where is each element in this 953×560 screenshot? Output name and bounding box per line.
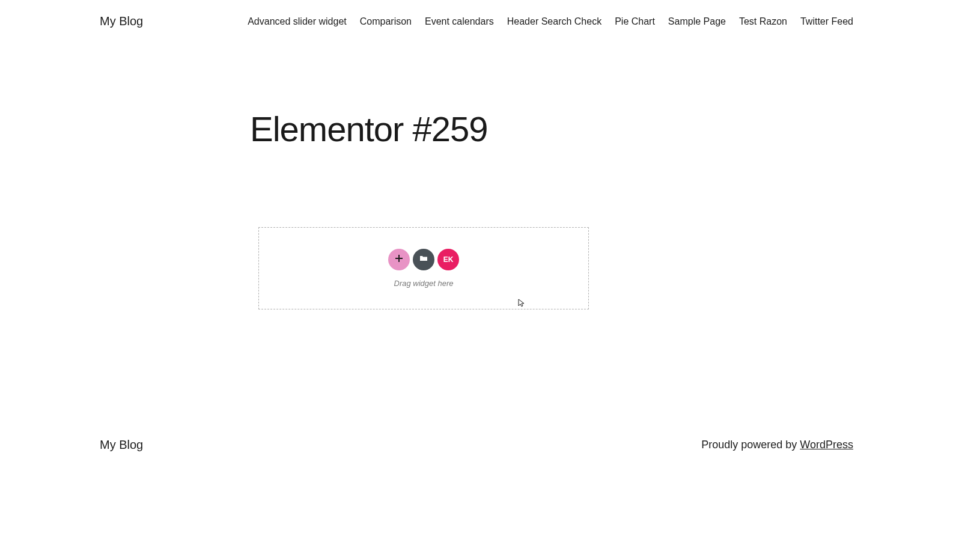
nav-item-twitter-feed[interactable]: Twitter Feed bbox=[800, 16, 853, 27]
widget-drop-zone[interactable]: EK Drag widget here bbox=[258, 227, 589, 309]
drop-zone-buttons: EK bbox=[388, 249, 459, 270]
folder-icon bbox=[419, 254, 428, 265]
site-title[interactable]: My Blog bbox=[100, 14, 143, 28]
plus-icon bbox=[395, 254, 403, 265]
nav-item-advanced-slider[interactable]: Advanced slider widget bbox=[248, 16, 347, 27]
nav-item-event-calendars[interactable]: Event calendars bbox=[425, 16, 494, 27]
nav-item-comparison[interactable]: Comparison bbox=[360, 16, 412, 27]
add-template-button[interactable] bbox=[413, 249, 434, 270]
add-section-button[interactable] bbox=[388, 249, 410, 270]
main-navigation: Advanced slider widget Comparison Event … bbox=[248, 16, 853, 27]
nav-item-sample-page[interactable]: Sample Page bbox=[668, 16, 726, 27]
nav-item-test-razon[interactable]: Test Razon bbox=[739, 16, 787, 27]
site-footer: My Blog Proudly powered by WordPress bbox=[0, 438, 953, 452]
main-content: Elementor #259 EK bbox=[0, 109, 953, 309]
drop-zone-hint: Drag widget here bbox=[394, 279, 454, 288]
powered-by-text: Proudly powered by bbox=[701, 439, 800, 451]
footer-credit: Proudly powered by WordPress bbox=[701, 439, 853, 451]
footer-site-title[interactable]: My Blog bbox=[100, 438, 143, 452]
page-title: Elementor #259 bbox=[250, 109, 853, 149]
nav-item-pie-chart[interactable]: Pie Chart bbox=[615, 16, 655, 27]
wordpress-link[interactable]: WordPress bbox=[800, 439, 853, 451]
site-header: My Blog Advanced slider widget Compariso… bbox=[0, 0, 953, 43]
nav-item-header-search-check[interactable]: Header Search Check bbox=[507, 16, 601, 27]
ek-icon: EK bbox=[443, 255, 454, 264]
elementskit-button[interactable]: EK bbox=[437, 249, 459, 270]
